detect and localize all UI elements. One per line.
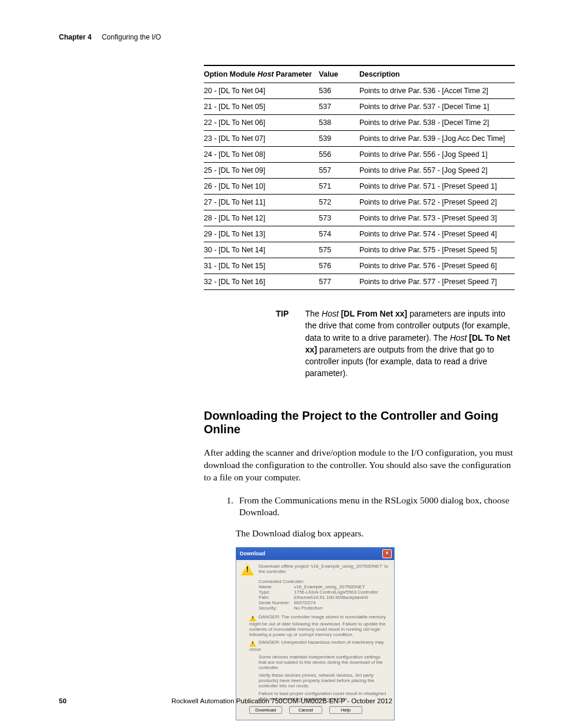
cell-desc: Points to drive Par. 571 - [Preset Speed…	[359, 179, 515, 195]
cell-param: 23 - [DL To Net 07]	[204, 131, 319, 147]
kv-value: 1756-L63/A ControlLogix5563 Controller	[294, 589, 378, 595]
cell-param: 22 - [DL To Net 06]	[204, 115, 319, 131]
cell-value: 539	[319, 131, 359, 147]
table-row: 28 - [DL To Net 12]573Points to drive Pa…	[204, 210, 515, 226]
kv-key: Serial Number:	[259, 600, 294, 605]
table-row: 22 - [DL To Net 06]538Points to drive Pa…	[204, 115, 515, 131]
cell-desc: Points to drive Par. 577 - [Preset Speed…	[359, 274, 515, 290]
table-row: 32 - [DL To Net 16]577Points to drive Pa…	[204, 274, 515, 290]
page-number: 50	[59, 697, 67, 704]
download-dialog: Download × Download offline project 'v16…	[236, 547, 395, 720]
table-row: 29 - [DL To Net 13]574Points to drive Pa…	[204, 226, 515, 242]
table-row: 23 - [DL To Net 07]539Points to drive Pa…	[204, 131, 515, 147]
cell-value: 573	[319, 210, 359, 226]
cell-desc: Points to drive Par. 538 - [Decel Time 2…	[359, 115, 515, 131]
intro-paragraph: After adding the scanner and drive/optio…	[204, 447, 515, 484]
cell-value: 536	[319, 83, 359, 99]
dialog-p4: Verify these devices (drives, network de…	[259, 673, 389, 689]
cell-value: 537	[319, 99, 359, 115]
table-row: 30 - [DL To Net 14]575Points to drive Pa…	[204, 242, 515, 258]
publication-info: Rockwell Automation Publication 750COM-U…	[67, 697, 497, 704]
danger-1: DANGER: The controller image stored in n…	[249, 614, 389, 637]
table-row: 21 - [DL To Net 05]537Points to drive Pa…	[204, 99, 515, 115]
cancel-button[interactable]: Cancel	[289, 706, 322, 714]
cell-param: 21 - [DL To Net 05]	[204, 99, 319, 115]
close-icon[interactable]: ×	[382, 549, 392, 558]
cell-param: 29 - [DL To Net 13]	[204, 226, 319, 242]
dialog-line1: Download offline project 'v16_Example_us…	[259, 564, 389, 575]
cell-desc: Points to drive Par. 572 - [Preset Speed…	[359, 195, 515, 210]
download-button[interactable]: Download	[249, 706, 282, 714]
kv-row: Security:No Protection	[259, 605, 389, 611]
cell-value: 576	[319, 258, 359, 274]
cell-desc: Points to drive Par. 557 - [Jog Speed 2]	[359, 163, 515, 179]
tip-label: TIP	[204, 308, 305, 380]
cell-value: 574	[319, 226, 359, 242]
chapter-label: Chapter 4	[59, 33, 91, 41]
chapter-title: Configuring the I/O	[102, 33, 161, 41]
kv-row: Serial Number:0027D274	[259, 600, 389, 605]
cell-value: 577	[319, 274, 359, 290]
table-row: 25 - [DL To Net 09]557Points to drive Pa…	[204, 163, 515, 179]
step-1-follow: The Download dialog box appears.	[236, 528, 515, 539]
cell-desc: Points to drive Par. 537 - [Decel Time 1…	[359, 99, 515, 115]
cell-value: 556	[319, 147, 359, 163]
cell-param: 25 - [DL To Net 09]	[204, 163, 319, 179]
running-head: Chapter 4 Configuring the I/O	[59, 33, 515, 41]
kv-value: Ethernet\10.91.100.80\Backplane\0	[294, 595, 368, 600]
cell-desc: Points to drive Par. 536 - [Accel Time 2…	[359, 83, 515, 99]
kv-value: 0027D274	[294, 600, 316, 605]
cell-desc: Points to drive Par. 539 - [Jog Acc Dec …	[359, 131, 515, 147]
kv-row: Type:1756-L63/A ControlLogix5563 Control…	[259, 589, 389, 595]
page-footer: 50 Rockwell Automation Publication 750CO…	[59, 697, 515, 704]
col-description: Description	[359, 65, 515, 83]
kv-key: Path:	[259, 595, 294, 600]
cell-param: 31 - [DL To Net 15]	[204, 258, 319, 274]
cell-param: 30 - [DL To Net 14]	[204, 242, 319, 258]
cell-value: 575	[319, 242, 359, 258]
cell-value: 538	[319, 115, 359, 131]
warning-icon	[249, 615, 256, 621]
table-row: 27 - [DL To Net 11]572Points to drive Pa…	[204, 195, 515, 210]
cell-value: 572	[319, 195, 359, 210]
connected-controller-label: Connected Controller:	[259, 579, 389, 584]
table-row: 31 - [DL To Net 15]576Points to drive Pa…	[204, 258, 515, 274]
col-value: Value	[319, 65, 359, 83]
cell-param: 27 - [DL To Net 11]	[204, 195, 319, 210]
table-row: 26 - [DL To Net 10]571Points to drive Pa…	[204, 179, 515, 195]
warning-icon	[249, 640, 256, 647]
kv-key: Security:	[259, 605, 294, 611]
parameter-table: Option Module Host Parameter Value Descr…	[204, 65, 515, 290]
kv-key: Type:	[259, 589, 294, 595]
cell-desc: Points to drive Par. 576 - [Preset Speed…	[359, 258, 515, 274]
kv-row: Path:Ethernet\10.91.100.80\Backplane\0	[259, 595, 389, 600]
cell-value: 571	[319, 179, 359, 195]
kv-row: Name:v16_Example_using_20750DNET	[259, 584, 389, 589]
table-row: 20 - [DL To Net 04]536Points to drive Pa…	[204, 83, 515, 99]
danger-2: DANGER: Unexpected hazardous motion of m…	[249, 640, 389, 652]
section-heading: Downloading the Project to the Controlle…	[204, 409, 515, 436]
cell-desc: Points to drive Par. 574 - [Preset Speed…	[359, 226, 515, 242]
cell-value: 557	[319, 163, 359, 179]
cell-desc: Points to drive Par. 575 - [Preset Speed…	[359, 242, 515, 258]
dialog-p3: Some devices maintain independent config…	[259, 654, 389, 670]
dialog-title: Download	[240, 551, 265, 556]
tip-block: TIP The Host [DL From Net xx] parameters…	[204, 308, 515, 380]
dialog-titlebar: Download ×	[236, 548, 394, 560]
cell-desc: Points to drive Par. 573 - [Preset Speed…	[359, 210, 515, 226]
kv-value: v16_Example_using_20750DNET	[294, 584, 365, 589]
cell-param: 28 - [DL To Net 12]	[204, 210, 319, 226]
step-1: From the Communications menu in the RSLo…	[236, 495, 515, 519]
cell-param: 24 - [DL To Net 08]	[204, 147, 319, 163]
cell-param: 20 - [DL To Net 04]	[204, 83, 319, 99]
col-parameter: Option Module Host Parameter	[204, 65, 319, 83]
tip-body: The Host [DL From Net xx] parameters are…	[305, 308, 515, 380]
cell-param: 26 - [DL To Net 10]	[204, 179, 319, 195]
help-button[interactable]: Help	[329, 706, 362, 714]
table-row: 24 - [DL To Net 08]556Points to drive Pa…	[204, 147, 515, 163]
kv-value: No Protection	[294, 605, 322, 611]
warning-icon	[241, 564, 254, 575]
cell-desc: Points to drive Par. 556 - [Jog Speed 1]	[359, 147, 515, 163]
cell-param: 32 - [DL To Net 16]	[204, 274, 319, 290]
kv-key: Name:	[259, 584, 294, 589]
